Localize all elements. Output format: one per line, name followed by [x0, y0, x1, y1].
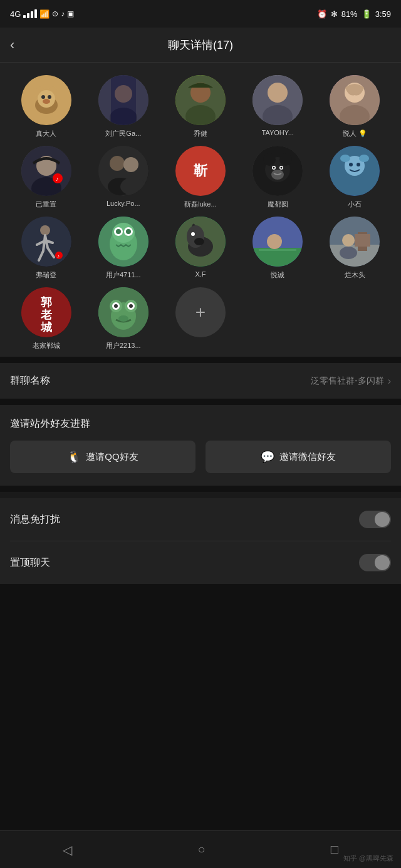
svg-text:♪: ♪ [56, 176, 59, 182]
svg-point-16 [268, 83, 288, 103]
member-name: 悦诚 [271, 270, 284, 280]
svg-point-68 [342, 234, 355, 247]
list-item[interactable]: ♪ 弗瑞登 [10, 217, 82, 280]
battery-icon: 🔋 [362, 9, 372, 19]
avatar: 郭老城 [21, 287, 71, 337]
svg-point-28 [123, 157, 138, 172]
tiktok-icon: ♪ [61, 9, 65, 18]
svg-point-34 [279, 153, 292, 166]
list-item[interactable]: 烂木头 [319, 217, 391, 280]
list-item[interactable]: Lucky.Po... [87, 146, 159, 209]
group-name-value: 泛零售社群-多闪群 › [311, 375, 391, 387]
member-name: 真大人 [36, 129, 56, 138]
list-item[interactable]: 乔健 [164, 75, 236, 138]
bottom-nav: ◁ ○ □ [0, 830, 401, 868]
invite-title: 邀请站外好友进群 [10, 417, 391, 431]
svg-point-84 [118, 315, 128, 322]
svg-point-56 [126, 229, 131, 234]
invite-qq-label: 邀请QQ好友 [86, 451, 138, 463]
avatar [21, 75, 71, 125]
list-item[interactable]: 刘广民Ga... [87, 75, 159, 138]
member-name: 烂木头 [345, 270, 365, 280]
svg-point-39 [281, 167, 283, 169]
list-item[interactable]: 用户2213... [87, 287, 159, 350]
group-name-row[interactable]: 群聊名称 泛零售社群-多闪群 › [10, 363, 391, 399]
mute-label: 消息免打扰 [10, 513, 60, 526]
list-item[interactable]: 真大人 [10, 75, 82, 138]
member-name: 小石 [348, 200, 362, 209]
bluetooth-icon: ✻ [331, 9, 338, 19]
add-member-item[interactable]: + [164, 287, 236, 350]
list-item[interactable]: 悦诚 [242, 217, 314, 280]
svg-point-55 [116, 229, 121, 234]
invite-section: 邀请站外好友进群 🐧 邀请QQ好友 💬 邀请微信好友 [0, 405, 401, 486]
mute-toggle[interactable] [359, 511, 391, 528]
svg-text:郭: 郭 [40, 295, 52, 309]
svg-point-47 [40, 225, 50, 235]
list-item[interactable]: 小石 [319, 146, 391, 209]
svg-point-27 [110, 156, 125, 171]
pin-toggle[interactable] [359, 554, 391, 571]
svg-point-69 [340, 247, 357, 259]
mute-row: 消息免打扰 [10, 498, 391, 541]
svg-point-33 [263, 153, 276, 166]
member-name: 老家郸城 [33, 341, 60, 350]
svg-point-82 [114, 304, 118, 308]
list-item[interactable]: 用户4711... [87, 217, 159, 280]
list-item[interactable]: TAYOHY... [242, 75, 314, 138]
svg-rect-11 [111, 75, 136, 125]
group-name-label: 群聊名称 [10, 374, 50, 387]
divider-3 [0, 486, 401, 492]
recent-square-icon: □ [331, 842, 338, 857]
avatar [253, 217, 303, 267]
svg-text:城: 城 [40, 321, 53, 334]
svg-point-42 [359, 155, 369, 162]
svg-point-60 [191, 232, 195, 236]
svg-rect-65 [259, 249, 296, 251]
mute-toggle-knob [375, 512, 390, 527]
list-item[interactable]: X.F [164, 217, 236, 280]
members-section: 真大人 刘广民Ga... 乔健 TAYOHY... 悦人 💡 [0, 63, 401, 357]
svg-point-83 [129, 304, 133, 308]
pin-label: 置顶聊天 [10, 556, 50, 569]
svg-text:♪: ♪ [57, 253, 60, 259]
avatar: ♪ [21, 217, 71, 267]
app-icon: ▣ [67, 9, 74, 18]
invite-buttons: 🐧 邀请QQ好友 💬 邀请微信好友 [10, 441, 391, 473]
group-name-text: 泛零售社群-多闪群 [311, 375, 384, 387]
list-item[interactable]: ♪ 已重置 [10, 146, 82, 209]
svg-point-7 [43, 99, 50, 104]
svg-text:老: 老 [40, 309, 53, 321]
svg-point-6 [48, 95, 51, 99]
pin-toggle-knob [375, 555, 390, 570]
back-button[interactable]: ‹ [10, 37, 14, 53]
member-name: 用户4711... [106, 270, 141, 280]
avatar [98, 146, 148, 196]
avatar [98, 217, 148, 267]
member-name: X.F [195, 270, 206, 278]
list-item[interactable]: 郭老城 老家郸城 [10, 287, 82, 350]
nav-back-button[interactable]: ◁ [44, 836, 91, 864]
battery-text: 81% [341, 9, 358, 19]
list-item[interactable]: 靳 靳磊luke... [164, 146, 236, 209]
add-member-button[interactable]: + [175, 287, 226, 337]
list-item[interactable]: 魔都圆 [242, 146, 314, 209]
status-bar: 4G 📶 ⊙ ♪ ▣ ⏰ ✻ 81% 🔋 3:59 [0, 0, 401, 28]
chevron-right-icon: › [388, 375, 391, 387]
invite-wechat-label: 邀请微信好友 [279, 451, 336, 463]
member-name: TAYOHY... [262, 129, 294, 136]
alarm-icon: ⏰ [317, 9, 327, 19]
wechat-icon: 💬 [261, 450, 274, 464]
nav-home-button[interactable]: ○ [179, 836, 224, 863]
svg-rect-71 [355, 234, 370, 247]
svg-point-44 [349, 163, 353, 166]
invite-qq-button[interactable]: 🐧 邀请QQ好友 [10, 441, 195, 473]
pin-row: 置顶聊天 [10, 541, 391, 584]
list-item[interactable]: 悦人 💡 [319, 75, 391, 138]
signal-bars [23, 9, 37, 18]
toggle-section: 消息免打扰 置顶聊天 [0, 498, 401, 584]
invite-wechat-button[interactable]: 💬 邀请微信好友 [206, 441, 391, 473]
qq-icon: 🐧 [67, 450, 81, 464]
member-name: 用户2213... [106, 341, 141, 350]
page-title: 聊天详情(17) [168, 38, 233, 53]
